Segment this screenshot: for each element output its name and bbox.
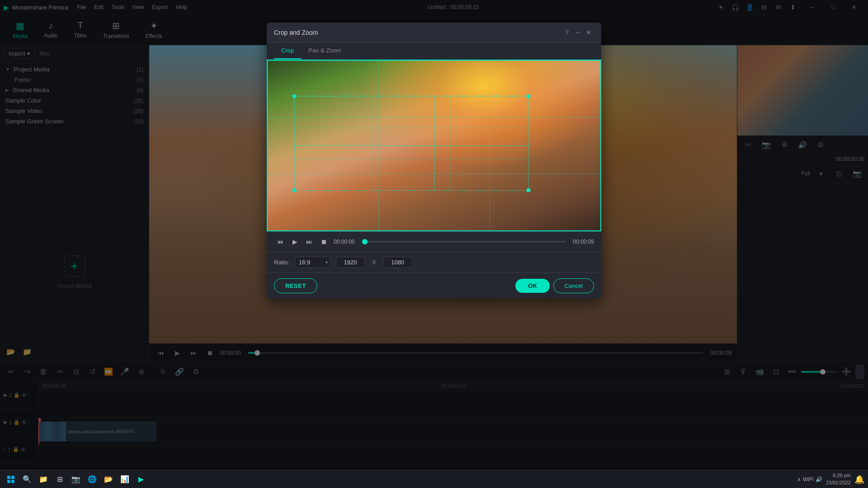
stop2-button[interactable]: ⏹ xyxy=(317,235,330,248)
taskbar-excel[interactable]: 📊 xyxy=(118,472,132,487)
modal-overlay: Crop and Zoom ? ─ ✕ Crop Pan & Zoom xyxy=(0,0,868,488)
taskbar-date-text: 23/01/2022 xyxy=(826,479,851,486)
dialog-header: Crop and Zoom ? ─ ✕ xyxy=(267,23,601,42)
wifi-icon[interactable]: WiFi xyxy=(803,476,814,483)
dialog-title: Crop and Zoom xyxy=(274,29,561,36)
svg-rect-0 xyxy=(7,476,10,479)
ok-button[interactable]: OK xyxy=(515,279,550,293)
dialog-close-button[interactable]: ✕ xyxy=(583,27,594,38)
dialog-footer: RESET OK Cancel xyxy=(267,272,601,299)
svg-rect-3 xyxy=(11,480,14,483)
ratio-select-wrapper: 16:9 4:3 1:1 9:16 Custom ▾ xyxy=(295,257,330,268)
taskbar-file-explorer[interactable]: 📁 xyxy=(36,472,51,487)
taskbar-teams[interactable]: 📷 xyxy=(69,472,83,487)
dialog-progress-thumb[interactable] xyxy=(362,239,368,244)
width-input[interactable] xyxy=(336,257,365,268)
rewind-button[interactable]: ⏮ xyxy=(274,235,287,248)
dialog-help-button[interactable]: ? xyxy=(561,27,572,38)
taskbar: 🔍 📁 ⊞ 📷 🌐 📂 📊 ▶ ∧ WiFi 🔊 6:26 pm 23/01/2… xyxy=(0,470,868,488)
crop-crosshair-vertical xyxy=(434,96,434,191)
volume-taskbar-icon[interactable]: 🔊 xyxy=(816,476,822,483)
taskbar-clock: 6:26 pm 23/01/2022 xyxy=(826,472,851,486)
help-icon: ? xyxy=(565,29,569,36)
dialog-minimize-button[interactable]: ─ xyxy=(572,27,583,38)
taskbar-edge[interactable]: 🌐 xyxy=(85,472,99,487)
dialog-ratio-bar: Ratio: 16:9 4:3 1:1 9:16 Custom ▾ X xyxy=(267,252,601,272)
play-forward-button[interactable]: ⏭ xyxy=(303,235,316,248)
dialog-body xyxy=(267,60,601,231)
tab-pan-zoom[interactable]: Pan & Zoom xyxy=(301,42,348,59)
chevron-up-icon[interactable]: ∧ xyxy=(797,476,801,483)
crop-inner-box[interactable] xyxy=(294,96,529,191)
crop-corner-bl[interactable] xyxy=(292,188,296,192)
crop-zoom-dialog: Crop and Zoom ? ─ ✕ Crop Pan & Zoom xyxy=(267,23,601,299)
dialog-tabs: Crop Pan & Zoom xyxy=(267,42,601,60)
svg-rect-1 xyxy=(11,476,14,479)
dialog-timeline[interactable] xyxy=(362,241,566,243)
cancel-button[interactable]: Cancel xyxy=(553,278,594,293)
taskbar-widgets[interactable]: ⊞ xyxy=(52,472,67,487)
dialog-playback-bar: ⏮ ▶ ⏭ ⏹ 00:00:00 00:00:09 xyxy=(267,231,601,252)
taskbar-filmora[interactable]: ▶ xyxy=(134,472,148,487)
notification-bell-icon[interactable]: 🔔 xyxy=(854,474,864,484)
tab-crop[interactable]: Crop xyxy=(274,42,301,59)
crop-corner-br[interactable] xyxy=(527,188,530,192)
crop-preview xyxy=(267,60,601,231)
reset-button[interactable]: RESET xyxy=(274,278,317,293)
play-pause-button[interactable]: ▶ xyxy=(288,235,301,248)
taskbar-files[interactable]: 📂 xyxy=(101,472,116,487)
crop-corner-tr[interactable] xyxy=(527,94,530,98)
dialog-total-time: 00:00:09 xyxy=(573,239,594,245)
svg-rect-2 xyxy=(7,480,10,483)
height-input[interactable] xyxy=(383,257,412,268)
taskbar-time-text: 6:26 pm xyxy=(826,472,851,479)
taskbar-right: ∧ WiFi 🔊 6:26 pm 23/01/2022 🔔 xyxy=(797,472,864,486)
ratio-label: Ratio: xyxy=(274,259,289,266)
taskbar-apps: 📁 ⊞ 📷 🌐 📂 📊 ▶ xyxy=(36,472,148,487)
taskbar-search-icon[interactable]: 🔍 xyxy=(20,472,34,487)
crop-corner-tl[interactable] xyxy=(292,94,296,98)
system-icons: ∧ WiFi 🔊 xyxy=(797,476,822,483)
dialog-current-time: 00:00:00 xyxy=(334,239,355,245)
playback-controls: ⏮ ▶ ⏭ ⏹ xyxy=(274,235,330,248)
ratio-select[interactable]: 16:9 4:3 1:1 9:16 Custom xyxy=(295,257,330,268)
start-button[interactable] xyxy=(4,472,18,487)
size-x-label: X xyxy=(372,259,376,266)
crop-crosshair-horizontal xyxy=(294,145,529,146)
